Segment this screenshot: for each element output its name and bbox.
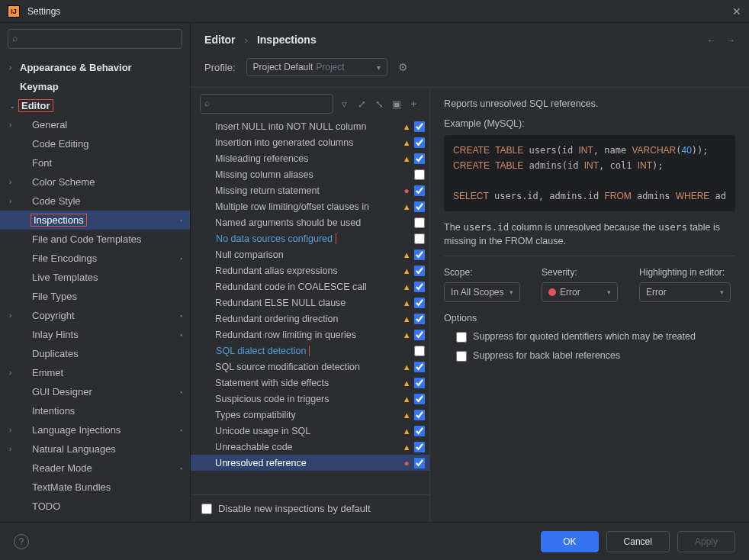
sidebar-item-color-scheme[interactable]: ›Color Scheme <box>0 172 190 191</box>
inspection-row[interactable]: Named arguments should be used <box>191 214 429 230</box>
inspection-row[interactable]: Multiple row limiting/offset clauses in▲ <box>191 198 429 214</box>
sidebar-item-natural-languages[interactable]: ›Natural Languages <box>0 439 190 459</box>
titlebar: IJ Settings ✕ <box>0 0 749 23</box>
sidebar-item-code-style[interactable]: ›Code Style <box>0 191 190 211</box>
sidebar-item-inspections[interactable]: Inspections▪ <box>0 211 190 230</box>
sidebar-item-copyright[interactable]: ›Copyright▪ <box>0 306 190 325</box>
inspection-row[interactable]: Suspicious code in triggers▲ <box>191 391 429 407</box>
inspection-row[interactable]: Redundant ELSE NULL clause▲ <box>191 294 429 311</box>
sidebar-item-gui-designer[interactable]: GUI Designer▪ <box>0 382 190 401</box>
breadcrumb-editor[interactable]: Editor <box>204 34 235 46</box>
inspection-row[interactable]: No data sources configured <box>191 230 429 246</box>
inspection-enable-checkbox[interactable] <box>414 346 425 356</box>
inspection-row[interactable]: Misleading references▲ <box>191 150 429 166</box>
inspection-enable-checkbox[interactable] <box>414 298 425 308</box>
suppress-backlabel-checkbox[interactable] <box>456 351 467 362</box>
inspection-row[interactable]: Redundant alias expressions▲ <box>191 262 429 278</box>
sidebar-item-textmate-bundles[interactable]: TextMate Bundles <box>0 478 190 497</box>
inspection-description: Reports unresolved SQL references. <box>444 98 735 109</box>
help-icon[interactable]: ? <box>14 534 29 549</box>
inspection-enable-checkbox[interactable] <box>414 314 425 324</box>
settings-tree[interactable]: ›Appearance & BehaviorKeymap⌄Editor›Gene… <box>0 55 190 522</box>
sidebar-item-todo[interactable]: TODO <box>0 497 190 516</box>
sidebar-item-file-and-code-templates[interactable]: File and Code Templates <box>0 230 190 249</box>
inspection-enable-checkbox[interactable] <box>414 330 425 340</box>
warning-icon: ▲ <box>400 138 413 147</box>
sidebar-item-reader-mode[interactable]: Reader Mode▪ <box>0 459 190 478</box>
sidebar-item-language-injections[interactable]: ›Language Injections▪ <box>0 420 190 439</box>
sidebar-item-font[interactable]: Font <box>0 153 190 172</box>
warning-icon: ▲ <box>400 266 413 275</box>
inspection-enable-checkbox[interactable] <box>414 266 425 276</box>
add-icon[interactable]: ＋ <box>407 97 420 111</box>
ok-button[interactable]: OK <box>541 531 598 552</box>
inspection-row[interactable]: Unicode usage in SQL▲ <box>191 423 429 439</box>
inspection-enable-checkbox[interactable] <box>414 378 425 388</box>
profile-select[interactable]: Project Default Project ▾ <box>246 58 387 76</box>
apply-button[interactable]: Apply <box>677 531 735 552</box>
inspection-enable-checkbox[interactable] <box>414 458 425 468</box>
inspection-row[interactable]: Redundant code in COALESCE call▲ <box>191 278 429 294</box>
expand-icon[interactable]: ⤢ <box>355 98 368 110</box>
filter-icon[interactable]: ▿ <box>338 98 351 110</box>
sidebar-item-duplicates[interactable]: Duplicates <box>0 344 190 363</box>
warning-icon: ▲ <box>400 443 413 452</box>
inspection-enable-checkbox[interactable] <box>414 410 425 420</box>
sidebar-item-inlay-hints[interactable]: Inlay Hints▪ <box>0 325 190 344</box>
inspection-enable-checkbox[interactable] <box>414 137 425 148</box>
nav-forward-icon[interactable]: → <box>725 34 735 46</box>
inspection-search-input[interactable] <box>200 94 333 114</box>
inspection-row[interactable]: Redundant row limiting in queries▲ <box>191 327 429 343</box>
nav-back-icon[interactable]: ← <box>706 34 716 46</box>
highlight-select[interactable]: Error▾ <box>639 282 731 302</box>
sidebar-item-live-templates[interactable]: Live Templates <box>0 268 190 287</box>
inspection-enable-checkbox[interactable] <box>414 426 425 436</box>
inspection-row[interactable]: Unreachable code▲ <box>191 439 429 455</box>
inspection-row[interactable]: Insert NULL into NOT NULL column▲ <box>191 118 429 134</box>
cancel-button[interactable]: Cancel <box>606 531 670 552</box>
inspection-enable-checkbox[interactable] <box>414 217 425 228</box>
gear-icon[interactable]: ⚙ <box>398 61 408 73</box>
inspection-enable-checkbox[interactable] <box>414 169 425 180</box>
sidebar-item-emmet[interactable]: ›Emmet <box>0 363 190 382</box>
severity-select[interactable]: Error▾ <box>542 282 618 302</box>
inspection-enable-checkbox[interactable] <box>414 394 425 404</box>
inspection-enable-checkbox[interactable] <box>414 185 425 196</box>
inspection-list[interactable]: Insert NULL into NOT NULL column▲Inserti… <box>191 118 429 494</box>
inspection-enable-checkbox[interactable] <box>414 201 425 212</box>
inspection-row[interactable]: SQL dialect detection <box>191 343 429 359</box>
sidebar-item-code-editing[interactable]: Code Editing <box>0 134 190 153</box>
sidebar-item-intentions[interactable]: Intentions <box>0 401 190 420</box>
sidebar-item-file-types[interactable]: File Types <box>0 287 190 306</box>
disable-new-checkbox[interactable] <box>201 504 212 514</box>
sidebar-item-appearance-behavior[interactable]: ›Appearance & Behavior <box>0 58 190 77</box>
suppress-quoted-checkbox[interactable] <box>456 332 467 343</box>
sidebar-item-keymap[interactable]: Keymap <box>0 77 190 96</box>
inspection-enable-checkbox[interactable] <box>414 362 425 372</box>
inspection-row[interactable]: Missing column aliases <box>191 166 429 182</box>
inspection-enable-checkbox[interactable] <box>414 282 425 292</box>
inspection-row[interactable]: SQL source modification detection▲ <box>191 359 429 375</box>
collapse-icon[interactable]: ⤡ <box>373 98 386 110</box>
inspection-enable-checkbox[interactable] <box>414 233 425 244</box>
suppress-backlabel-label: Suppress for back label references <box>473 350 735 361</box>
inspection-row[interactable]: Redundant ordering direction▲ <box>191 311 429 327</box>
inspection-row[interactable]: Statement with side effects▲ <box>191 375 429 391</box>
inspection-enable-checkbox[interactable] <box>414 249 425 260</box>
inspection-row[interactable]: Missing return statement● <box>191 182 429 198</box>
sidebar-item-file-encodings[interactable]: File Encodings▪ <box>0 249 190 268</box>
inspection-row[interactable]: Insertion into generated columns▲ <box>191 134 429 150</box>
close-icon[interactable]: ✕ <box>732 5 741 18</box>
scope-select[interactable]: In All Scopes▾ <box>444 282 520 302</box>
sidebar-item-editor[interactable]: ⌄Editor <box>0 96 190 115</box>
inspection-enable-checkbox[interactable] <box>414 121 425 132</box>
sidebar-search-input[interactable] <box>8 29 182 49</box>
inspection-row[interactable]: Types compatibility▲ <box>191 407 429 423</box>
inspection-enable-checkbox[interactable] <box>414 442 425 452</box>
inspection-row[interactable]: Null comparison▲ <box>191 246 429 262</box>
inspection-enable-checkbox[interactable] <box>414 153 425 164</box>
warning-icon: ▲ <box>400 250 413 259</box>
inspection-row[interactable]: Unresolved reference● <box>191 455 429 471</box>
layout-icon[interactable]: ▣ <box>391 98 403 110</box>
sidebar-item-general[interactable]: ›General <box>0 115 190 134</box>
